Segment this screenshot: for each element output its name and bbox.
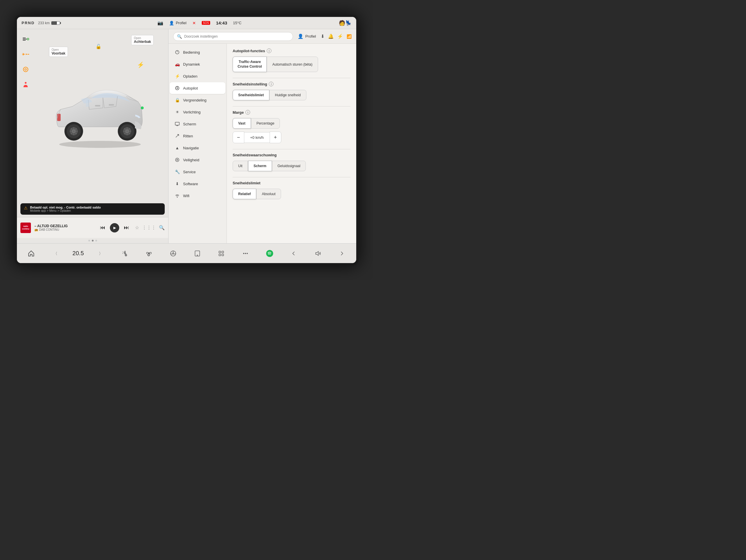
svg-point-60: [245, 253, 246, 254]
warning-title: Betaald opl. niet mog. - Contr. onbetaal…: [30, 206, 101, 209]
nav-service[interactable]: 🔧 Service: [170, 166, 225, 178]
nav-verlichting[interactable]: ☀ Verlichting: [170, 106, 225, 118]
warning-icon: ⚠: [24, 206, 28, 210]
nav-label-veiligheid: Veiligheid: [183, 158, 199, 162]
speed-plus-button[interactable]: +: [270, 132, 281, 143]
veiligheid-icon: [174, 157, 180, 163]
functies-buttons[interactable]: Traffic-AwareCruise Control Automatisch …: [233, 57, 350, 72]
dot-1: [88, 240, 90, 242]
music-station: 📻 DAB CONTINU: [34, 228, 96, 231]
warning-banner[interactable]: ⚠ Betaald opl. niet mog. - Contr. onbeta…: [21, 203, 165, 215]
temperature-display: 15°C: [233, 21, 241, 25]
nav-back[interactable]: [287, 247, 300, 260]
auto-steer-button[interactable]: Automatisch sturen (bèta): [267, 57, 318, 72]
svg-point-45: [177, 197, 178, 198]
nav-veiligheid[interactable]: Veiligheid: [170, 154, 225, 166]
nav-vergrendeling[interactable]: 🔒 Vergrendeling: [170, 94, 225, 106]
bell-icon[interactable]: 🔔: [328, 33, 334, 39]
nav-temp-left[interactable]: 〈: [48, 247, 62, 260]
nav-dynamiek[interactable]: 🚗 Dynamiek: [170, 58, 225, 70]
snelheidslimiet-title: Snelheidslimiet: [233, 181, 350, 185]
nav-steering-wheel[interactable]: [166, 247, 180, 260]
nav-label-verlichting: Verlichting: [183, 110, 201, 114]
marge-info-icon[interactable]: i: [246, 110, 250, 115]
section-waarschuwing: Snelheidswaarschuwing Uit Scherm Geluids…: [233, 153, 350, 171]
speed-control[interactable]: − +0 km/h +: [233, 132, 350, 143]
nav-scherm[interactable]: Scherm: [170, 118, 225, 130]
download-icon[interactable]: ⬇: [321, 33, 324, 39]
right-panel: 🔍 👤 Profiel ⬇ 🔔 ⚡ 📶: [169, 29, 356, 243]
music-controls[interactable]: ⏮ ▶ ⏭: [100, 223, 129, 232]
profile-center[interactable]: 👤 Profiel: [169, 21, 186, 25]
marge-buttons[interactable]: Vast Percentage: [233, 118, 350, 129]
nav-temp-right[interactable]: 〉: [94, 247, 108, 260]
svg-rect-56: [222, 251, 224, 253]
software-icon: ⬇: [174, 181, 180, 187]
snelheid-info-icon[interactable]: i: [269, 82, 274, 86]
sos-badge: SOS: [202, 21, 210, 25]
search-input[interactable]: [184, 34, 289, 38]
nav-phone[interactable]: [190, 247, 204, 260]
bluetooth-icon[interactable]: ⚡: [337, 33, 343, 39]
nav-spotify[interactable]: [263, 247, 277, 260]
nav-volume[interactable]: [311, 247, 325, 260]
nav-label-vergrendeling: Vergrendeling: [183, 98, 206, 102]
next-track-button[interactable]: ⏭: [124, 225, 129, 231]
nav-forward[interactable]: [335, 247, 349, 260]
svg-rect-58: [222, 254, 224, 256]
nav-home[interactable]: [24, 247, 38, 260]
huidige-snelheid-button[interactable]: Huidige snelheid: [269, 90, 306, 100]
signal-icon[interactable]: 📶: [347, 34, 351, 39]
search-music-icon[interactable]: 🔍: [159, 225, 165, 230]
nav-bediening[interactable]: Bediening: [170, 46, 225, 58]
charge-icon: ⚡: [137, 61, 144, 68]
snelheidslimiet-button[interactable]: Snelheidslimiet: [233, 90, 269, 100]
waarschuwing-title: Snelheidswaarschuwing: [233, 153, 350, 157]
section-snelheidslimiet: Snelheidslimiet Relatief Absoluut: [233, 181, 350, 199]
bediening-icon: [174, 49, 180, 55]
nav-ritten[interactable]: Ritten: [170, 130, 225, 142]
settings-content: Autopilot-functies i Traffic-AwareCruise…: [227, 44, 356, 243]
svg-text:〈: 〈: [53, 251, 57, 256]
relatief-button[interactable]: Relatief: [233, 189, 256, 199]
nav-more[interactable]: [238, 247, 253, 260]
favorite-icon[interactable]: ☆: [135, 225, 139, 230]
profile-label: Profiel: [305, 34, 316, 38]
functies-info-icon[interactable]: i: [267, 49, 271, 53]
prev-track-button[interactable]: ⏮: [100, 225, 105, 231]
percentage-button[interactable]: Percentage: [251, 118, 280, 129]
passenger-icon: 🧑‍💺: [339, 20, 351, 26]
nav-opladen[interactable]: ⚡ Opladen: [170, 70, 225, 82]
snelheidslimiet-buttons[interactable]: Relatief Absoluut: [233, 189, 350, 199]
search-bar[interactable]: 🔍: [173, 32, 293, 41]
warning-subtitle: Mobiele app > Menu > Opladen: [30, 209, 101, 212]
scherm-button[interactable]: Scherm: [248, 161, 272, 171]
nav-heat-symbol[interactable]: [118, 247, 132, 260]
uit-button[interactable]: Uit: [233, 161, 248, 171]
nav-navigatie[interactable]: ▲ Navigatie: [170, 142, 225, 154]
voorbak-label: Open Voorbak: [49, 47, 68, 57]
nav-fan[interactable]: [142, 247, 156, 260]
nav-software[interactable]: ⬇ Software: [170, 178, 225, 190]
profile-button[interactable]: 👤 Profiel: [298, 33, 316, 39]
nav-apps[interactable]: [214, 247, 228, 260]
traffic-cruise-button[interactable]: Traffic-AwareCruise Control: [233, 57, 267, 72]
nav-label-navigatie: Navigatie: [183, 146, 199, 150]
divider-3: [233, 149, 350, 149]
nav-autopilot[interactable]: Autopilot: [170, 82, 225, 94]
vast-button[interactable]: Vast: [233, 118, 251, 129]
equalizer-icon[interactable]: ⋮⋮⋮: [142, 225, 156, 230]
play-button[interactable]: ▶: [110, 223, 119, 232]
car-container: Open Voorbak Open Achterbak: [17, 29, 168, 201]
svg-rect-33: [57, 114, 61, 121]
geluid-button[interactable]: Geluidssignaal: [272, 161, 306, 171]
speed-minus-button[interactable]: −: [233, 132, 244, 143]
voorbak-line2: Voorbak: [52, 51, 65, 55]
snelheid-buttons[interactable]: Snelheidslimiet Huidige snelheid: [233, 90, 350, 100]
waarschuwing-buttons[interactable]: Uit Scherm Geluidssignaal: [233, 161, 350, 171]
absoluut-button[interactable]: Absoluut: [256, 189, 281, 199]
nav-wifi[interactable]: Wifi: [170, 190, 225, 201]
music-extra-icons[interactable]: ☆ ⋮⋮⋮ 🔍: [135, 225, 165, 230]
header-icons: ⬇ 🔔 ⚡ 📶: [321, 33, 351, 39]
achterbak-label: Open Achterbak: [131, 35, 154, 45]
